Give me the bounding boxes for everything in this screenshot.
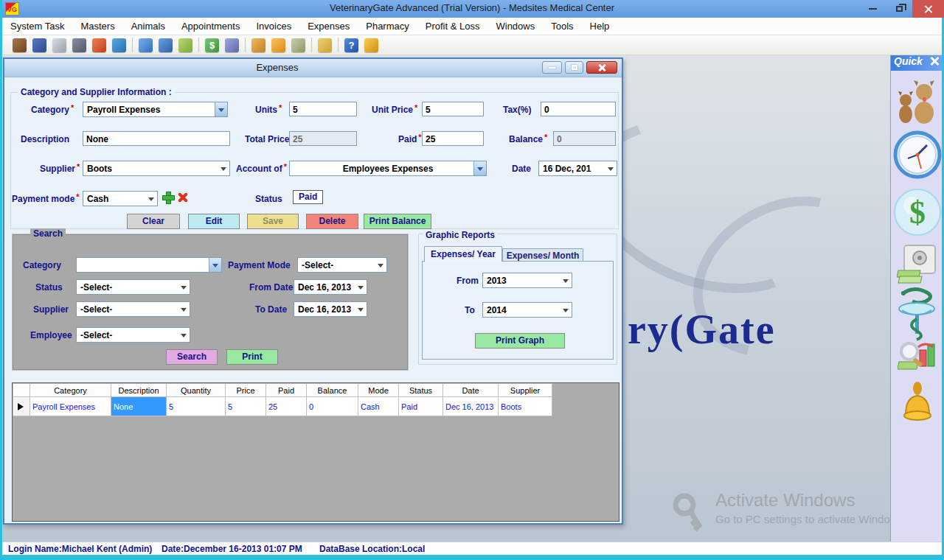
employee-select[interactable]: -Select- [76,327,190,343]
menu-system-task[interactable]: System Task [2,18,72,35]
edit-button[interactable]: Edit [188,214,240,229]
menu-expenses[interactable]: Expenses [299,18,358,35]
calendar-icon[interactable] [159,38,173,52]
cell-price[interactable]: 5 [226,397,266,416]
package-icon[interactable] [291,38,305,52]
chevron-down-icon [358,286,364,293]
address-book-icon[interactable] [32,38,46,52]
current-row-indicator[interactable] [13,397,30,416]
cell-category[interactable]: Payroll Expenses [30,397,111,416]
dialog-close-button[interactable] [586,61,617,74]
print-button[interactable]: Print [226,349,278,365]
clock-icon[interactable] [139,38,153,52]
tab-expenses-year[interactable]: Expenses/ Year [424,246,502,262]
dialog-title: Expenses [4,62,550,73]
print-balance-button[interactable]: Print Balance [364,214,431,229]
category-select[interactable]: Payroll Expenses [83,102,228,117]
restore-button[interactable] [886,0,912,18]
col-description[interactable]: Description [111,384,167,397]
search-supplier-select[interactable]: -Select- [76,301,190,317]
tab-expenses-month[interactable]: Expenses/ Month [502,248,583,262]
menu-masters[interactable]: Masters [72,18,122,35]
undo-arrow-icon[interactable] [271,38,285,52]
minimize-button[interactable] [859,0,886,18]
search-payment-mode-select[interactable]: -Select- [297,257,387,273]
cell-paid[interactable]: 25 [266,397,307,416]
dialog-restore-button[interactable] [565,61,583,74]
tax-input[interactable] [541,102,616,116]
col-price[interactable]: Price [226,384,266,397]
menu-animals[interactable]: Animals [123,18,173,35]
dog-icon[interactable] [13,38,27,52]
safe-money-icon[interactable] [897,244,938,287]
clock-icon[interactable] [893,130,942,179]
units-input[interactable] [289,102,357,116]
col-category[interactable]: Category [30,384,111,397]
report-search-icon[interactable] [898,340,937,378]
delete-button[interactable]: Delete [306,214,358,229]
unit-price-input[interactable] [422,102,484,116]
cell-mode[interactable]: Cash [358,397,399,416]
capsule-icon[interactable] [92,38,106,52]
dollar-coin-icon[interactable]: $ [205,38,219,52]
menu-windows[interactable]: Windows [487,18,543,35]
to-date-select[interactable]: Dec 16, 2013 [294,301,367,317]
date-select[interactable]: 16 Dec, 201 [538,161,617,176]
microscope-icon[interactable] [72,38,86,52]
syringe-icon[interactable] [52,38,66,52]
col-supplier[interactable]: Supplier [499,384,552,397]
gr-from-select[interactable]: 2013 [482,273,572,288]
table-row[interactable]: Payroll Expenses None 5 5 25 0 Cash Paid… [13,397,552,416]
cell-date[interactable]: Dec 16, 2013 [443,397,499,416]
gr-to-select[interactable]: 2014 [482,302,572,318]
search-category-select[interactable] [76,257,222,273]
close-button[interactable] [912,0,944,18]
invoice-money-icon[interactable] [178,38,192,52]
print-graph-button[interactable]: Print Graph [475,333,565,349]
description-input[interactable] [83,131,230,146]
group-title: Category and Supplier Information : [18,87,175,97]
cell-description[interactable]: None [111,397,167,416]
clear-button[interactable]: Clear [127,214,180,229]
menu-profit-loss[interactable]: Profit & Loss [417,18,488,35]
payment-mode-select[interactable]: Cash [83,191,158,206]
menu-tools[interactable]: Tools [543,18,581,35]
col-balance[interactable]: Balance [307,384,358,397]
menu-help[interactable]: Help [582,18,618,35]
col-mode[interactable]: Mode [358,384,399,397]
dialog-minimize-button[interactable] [542,61,562,74]
menu-invoices[interactable]: Invoices [248,18,299,35]
add-payment-mode-icon[interactable] [162,192,173,203]
col-quantity[interactable]: Quantity [167,384,226,397]
bell-icon[interactable] [364,38,378,52]
bell-icon[interactable] [898,381,937,427]
supplier-select[interactable]: Boots [83,161,230,176]
table-header-row: Category Description Quantity Price Paid… [13,384,552,397]
cell-supplier[interactable]: Boots [499,397,552,416]
account-of-select[interactable]: Employees Expenses [289,161,487,176]
help-icon[interactable]: ? [344,38,358,52]
paid-input[interactable] [422,131,484,146]
pharmacy-bowl-icon[interactable] [896,287,939,343]
cell-quantity[interactable]: 5 [167,397,226,416]
search-supplier-label: Supplier [33,304,69,315]
menu-appointments[interactable]: Appointments [173,18,249,35]
chart-icon[interactable] [225,38,239,52]
alarm-clock-icon[interactable] [318,38,332,52]
dollar-icon[interactable]: $ [893,188,942,237]
from-date-select[interactable]: Dec 16, 2013 [294,279,367,295]
save-button[interactable]: Save [247,214,299,229]
col-paid[interactable]: Paid [266,384,307,397]
col-date[interactable]: Date [443,384,499,397]
search-status-select[interactable]: -Select- [76,279,190,295]
cell-status[interactable]: Paid [399,397,443,416]
dogs-icon[interactable] [896,77,939,125]
search-button[interactable]: Search [166,349,218,365]
menu-pharmacy[interactable]: Pharmacy [358,18,417,35]
bird-icon[interactable] [112,38,126,52]
mail-icon[interactable] [251,38,266,52]
col-status[interactable]: Status [399,384,443,397]
delete-payment-mode-icon[interactable] [177,192,188,203]
cell-balance[interactable]: 0 [307,397,358,416]
quick-close-icon[interactable] [930,57,939,66]
